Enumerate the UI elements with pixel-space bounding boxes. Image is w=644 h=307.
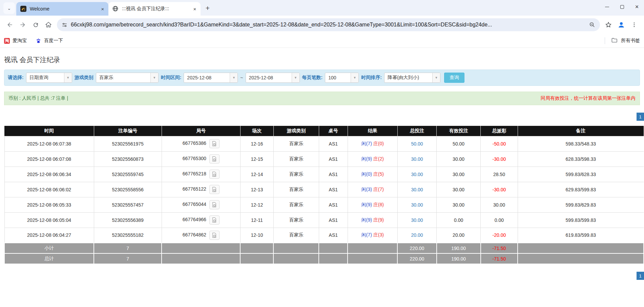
game-type-cell: 百家乐 — [273, 182, 319, 197]
result-player: 闲(9) — [361, 202, 372, 207]
total-valid-bet: 190.00 — [437, 253, 481, 264]
bet-id-cell: 523025558556 — [94, 182, 162, 197]
profile-avatar-icon — [617, 20, 626, 29]
bet-id-cell: 523025559745 — [94, 167, 162, 182]
all-bookmarks-label: 所有书签 — [621, 38, 640, 44]
total-count: 7 — [94, 253, 162, 264]
video-record-button[interactable] — [209, 139, 220, 148]
game-type-dropdown[interactable]: 百家乐 ▼ — [96, 73, 159, 83]
page-1-button[interactable]: 1 — [637, 272, 644, 280]
valid-bet-cell: 0.00 — [437, 212, 481, 228]
result-banker: 庄(5) — [373, 171, 384, 177]
zoom-out-icon[interactable] — [589, 22, 595, 28]
video-record-button[interactable] — [209, 185, 220, 194]
bookmark-taobao[interactable]: 淘 爱淘宝 — [4, 38, 27, 44]
reload-button[interactable] — [29, 18, 42, 31]
time-cell: 2025-12-08 06:04:27 — [4, 228, 94, 243]
result-cell: 闲(9) 庄(8) — [348, 197, 397, 212]
valid-bet-cell: 30.00 — [437, 167, 481, 182]
url-text[interactable]: 66cxkj98.com/game/betrecord_search/kind3… — [71, 22, 586, 28]
total-bet-link[interactable]: 30.00 — [411, 202, 423, 208]
bet-records-table: 时间 注单编号 局号 场次 游戏类别 桌号 结果 总投注 有效投注 总派彩 备注… — [4, 126, 644, 264]
time-cell: 2025-12-08 06:06:02 — [4, 182, 94, 197]
browser-tab-strip: ⌄ Welcome × :::视讯 会员下注纪录::: × + × — [0, 0, 644, 16]
bookmark-baidu[interactable]: 百度一下 — [36, 38, 63, 44]
total-bet-link[interactable]: 50.00 — [411, 141, 423, 147]
total-bet-cell: 30.00 — [397, 212, 436, 228]
video-record-button[interactable] — [209, 154, 220, 164]
payout-cell: -71.50 — [481, 243, 518, 253]
result-banker: 庄(9) — [373, 217, 384, 223]
total-bet-link[interactable]: 30.00 — [411, 187, 423, 192]
result-player: 闲(7) — [361, 232, 372, 237]
result-cell: 闲(9) 庄(9) — [348, 212, 397, 228]
address-bar[interactable]: 66cxkj98.com/game/betrecord_search/kind3… — [57, 18, 600, 31]
header-table: 桌号 — [319, 126, 348, 136]
profile-button[interactable] — [615, 18, 628, 31]
page-1-button[interactable]: 1 — [637, 113, 644, 121]
date-end-value: 2025-12-08 — [246, 73, 292, 82]
all-bookmarks-button[interactable]: 所有书签 — [605, 37, 640, 44]
page-size-dropdown[interactable]: 100 ▼ — [325, 73, 359, 83]
payout-cell: 28.50 — [481, 167, 518, 182]
filter-bar: 请选择: 日期查询 ▼ 游戏类别 百家乐 ▼ 时间区间: 2025-12-08 … — [4, 70, 640, 86]
query-type-dropdown[interactable]: 日期查询 ▼ — [26, 73, 72, 83]
tab-welcome[interactable]: Welcome × — [16, 2, 108, 16]
home-button[interactable] — [42, 18, 55, 31]
chevron-down-icon: ▼ — [432, 73, 440, 82]
video-record-button[interactable] — [209, 215, 220, 225]
new-tab-button[interactable]: + — [203, 3, 213, 13]
globe-icon — [112, 6, 119, 12]
close-icon[interactable]: × — [100, 6, 106, 12]
video-record-button[interactable] — [209, 231, 220, 240]
result-player: 闲(9) — [361, 217, 372, 223]
maximize-button[interactable] — [620, 4, 624, 9]
total-bet-link[interactable]: 30.00 — [411, 156, 423, 162]
date-start-dropdown[interactable]: 2025-12-08 ▼ — [184, 73, 238, 83]
game-type-cell: 百家乐 — [273, 212, 319, 228]
payout-cell: -71.50 — [481, 253, 518, 264]
welcome-favicon-icon — [20, 6, 26, 12]
query-button[interactable]: 查询 — [444, 73, 464, 83]
page-size-label: 每页笔数: — [302, 75, 323, 81]
time-cell: 2025-12-08 06:07:38 — [4, 136, 94, 151]
session-cell: 12-12 — [240, 197, 273, 212]
bookmark-label: 爱淘宝 — [13, 38, 27, 44]
total-bet-link[interactable]: 30.00 — [411, 217, 423, 223]
header-game-type: 游戏类别 — [273, 126, 319, 136]
valid-bet-notice: 同局有效投注，统一计算在该局第一张注单内 — [541, 95, 636, 101]
result-banker: 庄(8) — [373, 202, 384, 207]
browser-menu-button[interactable] — [628, 18, 641, 31]
total-bet-link[interactable]: 30.00 — [411, 172, 423, 177]
round-number: 667765122 — [183, 186, 206, 192]
tab-betrecord[interactable]: :::视讯 会员下注纪录::: × — [108, 2, 201, 16]
header-bet-id: 注单编号 — [94, 126, 162, 136]
back-button[interactable] — [3, 18, 16, 31]
chevron-down-icon: ▼ — [64, 73, 72, 82]
tab-search-button[interactable]: ⌄ — [3, 2, 15, 14]
session-cell: 12-10 — [240, 228, 273, 243]
close-window-button[interactable]: × — [635, 4, 639, 9]
table-row: 2025-12-08 06:06:34 523025559745 6677652… — [4, 167, 644, 182]
date-end-dropdown[interactable]: 2025-12-08 ▼ — [246, 73, 300, 83]
sort-dropdown[interactable]: 降幂(由大到小) ▼ — [384, 73, 440, 83]
table-no-cell: AS1 — [319, 228, 348, 243]
session-cell: 12-11 — [240, 212, 273, 228]
forward-button[interactable] — [16, 18, 29, 31]
total-bet-link[interactable]: 20.00 — [411, 232, 423, 238]
total-bet-cell: 50.00 — [397, 136, 436, 151]
table-no-cell: AS1 — [319, 197, 348, 212]
video-record-button[interactable] — [209, 200, 220, 209]
result-cell: 闲(7) 庄(0) — [348, 136, 397, 151]
subtotal-label: 小计 — [4, 243, 94, 253]
table-no-cell: AS1 — [319, 136, 348, 151]
minimize-icon — [605, 7, 609, 7]
bookmark-star-icon[interactable] — [602, 18, 615, 31]
game-type-cell: 百家乐 — [273, 136, 319, 151]
close-icon[interactable]: × — [192, 6, 198, 12]
window-controls: × — [605, 0, 639, 14]
video-record-button[interactable] — [209, 170, 220, 179]
minimize-button[interactable] — [605, 4, 609, 9]
result-banker: 庄(0) — [373, 141, 384, 146]
site-settings-icon[interactable] — [62, 22, 67, 28]
